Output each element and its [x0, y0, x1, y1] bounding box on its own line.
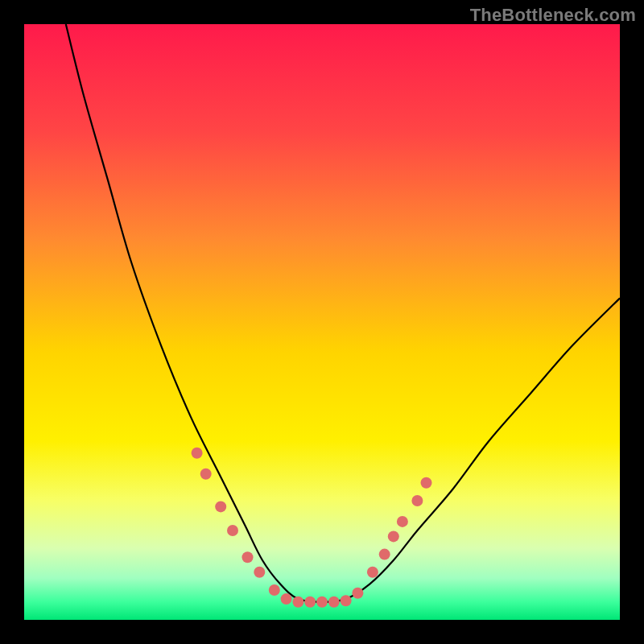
data-point: [421, 477, 432, 489]
data-point: [367, 567, 378, 578]
data-point: [352, 588, 363, 599]
data-point: [242, 551, 254, 563]
data-point: [192, 448, 203, 459]
data-point: [379, 549, 390, 560]
data-point: [269, 584, 280, 596]
chart-svg: [24, 24, 620, 620]
data-point: [411, 495, 423, 506]
data-point: [341, 595, 352, 606]
data-point: [397, 516, 408, 527]
data-point: [328, 597, 340, 608]
data-point: [304, 597, 316, 608]
data-point: [227, 525, 238, 536]
chart-frame: TheBottleneck.com: [0, 0, 644, 644]
data-point: [254, 567, 265, 578]
data-point: [388, 530, 399, 542]
data-point: [215, 501, 226, 512]
data-point: [281, 593, 292, 605]
background-gradient: [24, 24, 620, 620]
data-point: [292, 597, 303, 608]
data-point: [200, 469, 212, 480]
data-point: [316, 597, 328, 608]
watermark-text: TheBottleneck.com: [470, 5, 636, 26]
plot-area: [24, 24, 620, 620]
